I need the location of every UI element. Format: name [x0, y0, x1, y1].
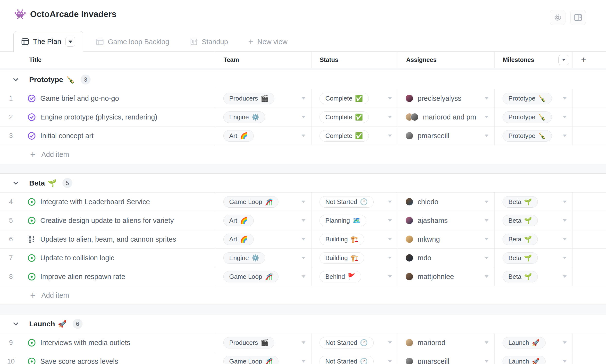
milestone-pill[interactable]: Prototype 🍾 — [503, 93, 552, 104]
status-cell[interactable]: Not Started 🕐 — [311, 352, 398, 364]
cell-dropdown-caret-icon[interactable] — [485, 97, 489, 100]
assignees-cell[interactable]: mattjohnlee — [398, 267, 494, 286]
milestone-cell[interactable]: Launch 🚀 — [494, 352, 572, 364]
cell-dropdown-caret-icon[interactable] — [302, 275, 305, 278]
assignees-cell[interactable]: mdo — [398, 249, 494, 267]
avatar[interactable] — [405, 132, 413, 140]
tab-new-view[interactable]: + New view — [248, 35, 287, 49]
team-cell[interactable]: Art 🌈 — [215, 230, 311, 248]
group-collapse-chevron[interactable] — [13, 77, 19, 83]
cell-dropdown-caret-icon[interactable] — [485, 219, 489, 222]
status-cell[interactable]: Complete ✅ — [311, 108, 398, 126]
milestone-cell[interactable]: Beta 🌱 — [494, 230, 572, 248]
assignees-cell[interactable]: mariorod and pm — [398, 108, 494, 126]
tab-standup[interactable]: Standup — [190, 35, 228, 49]
avatar[interactable] — [405, 198, 413, 206]
cell-dropdown-caret-icon[interactable] — [388, 116, 392, 118]
status-pill[interactable]: Complete ✅ — [320, 111, 369, 123]
avatar[interactable] — [411, 113, 419, 121]
milestone-pill[interactable]: Beta 🌱 — [503, 196, 538, 208]
cell-dropdown-caret-icon[interactable] — [485, 257, 489, 259]
side-panel-button[interactable] — [570, 10, 586, 25]
team-pill[interactable]: Game Loop 🎢 — [223, 196, 279, 208]
team-cell[interactable]: Producers 🎬 — [215, 333, 311, 352]
cell-dropdown-caret-icon[interactable] — [302, 219, 305, 222]
team-pill[interactable]: Producers 🎬 — [223, 93, 274, 104]
add-item-button[interactable]: + Add item — [0, 286, 606, 305]
column-header-assignees[interactable]: Assignees — [398, 52, 494, 68]
cell-dropdown-caret-icon[interactable] — [302, 116, 305, 118]
status-cell[interactable]: Not Started 🕐 — [311, 193, 398, 211]
cell-dropdown-caret-icon[interactable] — [302, 134, 305, 137]
cell-dropdown-caret-icon[interactable] — [563, 201, 567, 203]
column-header-status[interactable]: Status — [311, 52, 398, 68]
title-cell[interactable]: 8 Improve alien respawn rate — [0, 267, 215, 286]
column-menu-button[interactable] — [558, 55, 569, 65]
status-pill[interactable]: Not Started 🕐 — [320, 356, 374, 364]
cell-dropdown-caret-icon[interactable] — [302, 257, 305, 259]
assignees-cell[interactable]: pmarsceill — [398, 352, 494, 364]
title-cell[interactable]: 7 Update to collision logic — [0, 249, 215, 267]
team-cell[interactable]: Art 🌈 — [215, 127, 311, 145]
cell-dropdown-caret-icon[interactable] — [563, 257, 567, 259]
milestone-cell[interactable]: Prototype 🍾 — [494, 127, 572, 145]
status-pill[interactable]: Planning 🗺️ — [320, 215, 366, 226]
add-item-button[interactable]: + Add item — [0, 145, 606, 164]
item-title[interactable]: Improve alien respawn rate — [40, 273, 125, 281]
item-title[interactable]: Initial concept art — [40, 132, 93, 140]
status-cell[interactable]: Not Started 🕐 — [311, 333, 398, 352]
item-title[interactable]: Game brief and go-no-go — [40, 94, 119, 103]
avatar[interactable] — [405, 338, 413, 347]
team-cell[interactable]: Game Loop 🎢 — [215, 193, 311, 211]
column-header-team[interactable]: Team — [215, 52, 311, 68]
cell-dropdown-caret-icon[interactable] — [485, 275, 489, 278]
cell-dropdown-caret-icon[interactable] — [388, 134, 392, 137]
cell-dropdown-caret-icon[interactable] — [485, 201, 489, 203]
item-title[interactable]: Update to collision logic — [40, 254, 114, 262]
cell-dropdown-caret-icon[interactable] — [388, 219, 392, 222]
assignees-cell[interactable]: ajashams — [398, 211, 494, 230]
milestone-cell[interactable]: Launch 🚀 — [494, 333, 572, 352]
status-cell[interactable]: Building 🏗️ — [311, 249, 398, 267]
cell-dropdown-caret-icon[interactable] — [563, 341, 567, 344]
team-cell[interactable]: Art 🌈 — [215, 211, 311, 230]
status-pill[interactable]: Behind 🚩 — [320, 271, 361, 282]
team-pill[interactable]: Game Loop 🎢 — [223, 271, 279, 282]
milestone-cell[interactable]: Beta 🌱 — [494, 249, 572, 267]
milestone-pill[interactable]: Beta 🌱 — [503, 252, 538, 264]
item-title[interactable]: Integrate with Leaderboard Service — [40, 198, 150, 206]
cell-dropdown-caret-icon[interactable] — [388, 360, 392, 363]
cell-dropdown-caret-icon[interactable] — [485, 341, 489, 344]
item-title[interactable]: Engine prototype (physics, rendering) — [40, 113, 157, 121]
team-pill[interactable]: Game Loop 🎢 — [223, 356, 279, 364]
team-pill[interactable]: Engine ⚙️ — [223, 111, 265, 123]
title-cell[interactable]: 10 Save score across levels — [0, 352, 215, 364]
tab-game-loop-backlog[interactable]: Game loop Backlog — [96, 35, 169, 49]
settings-button[interactable] — [550, 10, 566, 25]
status-pill[interactable]: Not Started 🕐 — [320, 337, 374, 349]
milestone-cell[interactable]: Beta 🌱 — [494, 193, 572, 211]
avatar[interactable] — [405, 357, 413, 364]
team-cell[interactable]: Engine ⚙️ — [215, 108, 311, 126]
status-cell[interactable]: Complete ✅ — [311, 89, 398, 108]
cell-dropdown-caret-icon[interactable] — [388, 238, 392, 240]
cell-dropdown-caret-icon[interactable] — [563, 97, 567, 100]
team-cell[interactable]: Engine ⚙️ — [215, 249, 311, 267]
milestone-pill[interactable]: Launch 🚀 — [503, 356, 545, 364]
assignees-cell[interactable]: preciselyalyss — [398, 89, 494, 108]
item-title[interactable]: Save score across levels — [40, 357, 118, 364]
title-cell[interactable]: 6 Updates to alien, beam, and cannon spr… — [0, 230, 215, 248]
title-cell[interactable]: 5 Creative design update to aliens for v… — [0, 211, 215, 230]
avatar[interactable] — [405, 216, 413, 225]
cell-dropdown-caret-icon[interactable] — [485, 134, 489, 137]
item-title[interactable]: Creative design update to aliens for var… — [40, 217, 174, 225]
status-pill[interactable]: Building 🏗️ — [320, 252, 364, 264]
title-cell[interactable]: 1 Game brief and go-no-go — [0, 89, 215, 108]
item-title[interactable]: Interviews with media outlets — [40, 339, 130, 347]
team-cell[interactable]: Game Loop 🎢 — [215, 352, 311, 364]
milestone-pill[interactable]: Beta 🌱 — [503, 215, 538, 226]
chevron-down-icon[interactable] — [13, 180, 19, 186]
cell-dropdown-caret-icon[interactable] — [563, 238, 567, 240]
team-pill[interactable]: Engine ⚙️ — [223, 252, 265, 264]
milestone-pill[interactable]: Beta 🌱 — [503, 234, 538, 245]
